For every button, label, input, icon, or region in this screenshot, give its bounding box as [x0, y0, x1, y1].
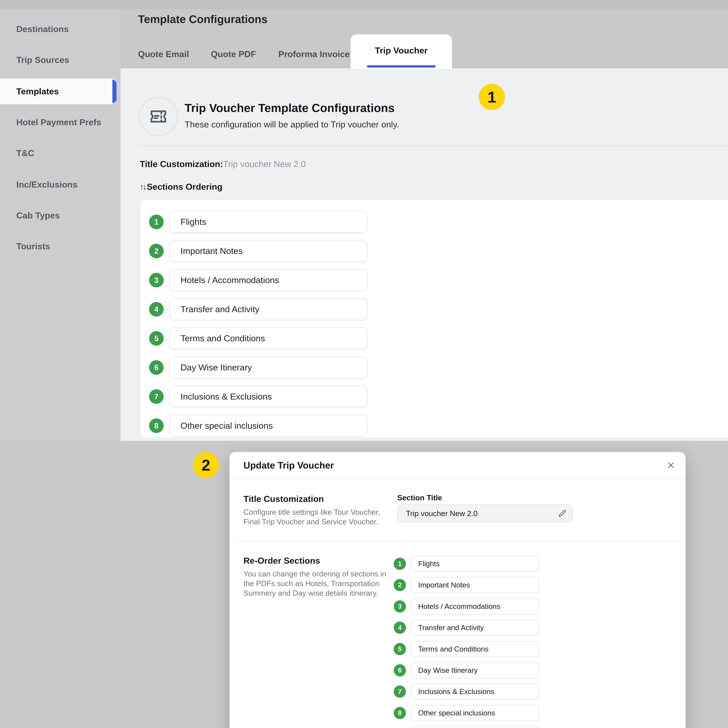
active-tab-underline: [367, 65, 436, 67]
sidebar: Destinations Trip Sources Templates Hote…: [0, 9, 121, 441]
sidebar-item-hotel-payment-prefs[interactable]: Hotel Payment Prefs: [0, 110, 116, 135]
pencil-icon[interactable]: [558, 509, 566, 517]
modal-title-customization-description: Configure title settings like Tour Vouch…: [243, 507, 388, 526]
sidebar-item-inc-exclusions[interactable]: Inc/Exclusions: [0, 172, 116, 197]
active-indicator-bar: [112, 80, 116, 103]
page-title: Template Configurations: [138, 13, 268, 26]
title-customization-label: Title Customization:: [140, 159, 223, 169]
reorder-sections-heading: Re-Order Sections: [243, 556, 320, 566]
reorder-item[interactable]: Inclusions & Exclusions: [411, 684, 539, 700]
update-trip-voucher-modal: Update Trip Voucher ✕ Title Customizatio…: [229, 452, 685, 728]
tab-quote-pdf[interactable]: Quote PDF: [211, 46, 256, 63]
section-row: Inclusions & Exclusions: [140, 385, 728, 408]
section-item: Other special inclusions: [170, 414, 367, 437]
step-number-circle: [149, 360, 164, 375]
section-title-input[interactable]: Trip voucher New 2.0: [397, 504, 573, 522]
step-number-circle: [149, 389, 164, 404]
panel-title: Trip Voucher Template Configurations: [185, 101, 395, 115]
reorder-item[interactable]: Terms and Conditions: [411, 641, 539, 657]
section-item: Transfer and Activity: [170, 298, 367, 320]
trip-voucher-tab-panel: Trip Voucher Template Configurations The…: [121, 68, 728, 441]
reorder-sections-list: Flights Important Notes Hotels / Accommo…: [394, 556, 539, 728]
sections-ordering-heading: ↑↓ Sections Ordering: [140, 182, 222, 192]
sidebar-item-cab-types[interactable]: Cab Types: [0, 203, 116, 228]
sidebar-item-destinations[interactable]: Destinations: [0, 16, 116, 42]
tab-trip-voucher[interactable]: Trip Voucher: [350, 34, 452, 69]
reorder-row: Transfer and Activity: [394, 619, 539, 636]
reorder-item[interactable]: Other special inclusions: [411, 705, 539, 721]
step-number-circle: [394, 664, 406, 676]
title-customization-value: Trip voucher New 2.0: [223, 159, 306, 169]
step-number-circle: [149, 273, 164, 288]
tab-label: Trip Voucher: [350, 46, 452, 55]
top-strip: [0, 0, 728, 9]
sections-ordering-label: Sections Ordering: [147, 182, 222, 192]
step-badge-1: 1: [479, 84, 505, 110]
sidebar-item-tourists[interactable]: Tourists: [0, 234, 116, 259]
section-row: Hotels / Accommodations: [140, 269, 728, 291]
screen: Destinations Trip Sources Templates Hote…: [0, 0, 728, 728]
tab-proforma-invoice[interactable]: Proforma Invoice: [278, 46, 350, 63]
reorder-item[interactable]: Flights: [411, 556, 539, 572]
step-number-circle: [394, 579, 406, 591]
section-row: Flights: [140, 211, 728, 233]
reorder-row: Hotels / Accommodations: [394, 598, 539, 615]
modal-title: Update Trip Voucher: [243, 452, 334, 479]
sidebar-item-trip-sources[interactable]: Trip Sources: [0, 47, 116, 73]
step-number-circle: [149, 302, 164, 317]
reorder-row: Day Wise Itinerary: [394, 662, 539, 679]
reorder-row: Terms and Conditions: [394, 641, 539, 657]
modal-header: Update Trip Voucher ✕: [229, 452, 685, 479]
ticket-icon: [148, 106, 169, 127]
section-row: Other special inclusions: [140, 414, 728, 437]
step-number-circle: [394, 643, 406, 655]
step-badge-2: 2: [193, 452, 219, 478]
divider: [138, 145, 728, 146]
divider: [234, 540, 681, 541]
reorder-row: Helpline: [394, 726, 539, 728]
reorder-item[interactable]: Important Notes: [411, 577, 539, 593]
step-number-circle: [394, 685, 406, 698]
sidebar-item-templates[interactable]: Templates: [0, 79, 116, 104]
reorder-row: Other special inclusions: [394, 705, 539, 721]
reorder-row: Inclusions & Exclusions: [394, 684, 539, 700]
sections-ordering-card: Flights Important Notes Hotels / Accommo…: [140, 199, 728, 439]
panel-subtitle: These configuration will be applied to T…: [185, 119, 399, 130]
sidebar-item-label: Templates: [16, 87, 59, 96]
step-number-circle: [394, 622, 406, 634]
step-number-circle: [149, 215, 164, 229]
step-number-circle: [149, 331, 164, 346]
section-row: Terms and Conditions: [140, 327, 728, 349]
section-row: Day Wise Itinerary: [140, 356, 728, 379]
section-item: Flights: [170, 211, 367, 233]
section-item: Important Notes: [170, 240, 367, 262]
title-customization-row: Title Customization:Trip voucher New 2.0: [140, 159, 306, 169]
section-title-value: Trip voucher New 2.0: [406, 509, 477, 518]
section-item: Day Wise Itinerary: [170, 356, 367, 379]
reorder-row: Important Notes: [394, 577, 539, 593]
section-item: Inclusions & Exclusions: [170, 385, 367, 408]
step-number-circle: [149, 244, 164, 258]
reorder-item[interactable]: Helpline: [411, 726, 539, 728]
up-down-arrows-icon: ↑↓: [140, 182, 145, 191]
reorder-item[interactable]: Transfer and Activity: [411, 619, 539, 636]
section-title-label: Section Title: [397, 493, 442, 502]
section-item: Hotels / Accommodations: [170, 269, 367, 291]
sidebar-item-tandc[interactable]: T&C: [0, 140, 116, 166]
close-icon[interactable]: ✕: [667, 452, 675, 479]
step-number-circle: [149, 419, 164, 433]
section-item: Terms and Conditions: [170, 327, 367, 349]
step-number-circle: [394, 600, 406, 613]
section-row: Transfer and Activity: [140, 298, 728, 320]
reorder-item[interactable]: Day Wise Itinerary: [411, 662, 539, 679]
reorder-sections-description: You can change the ordering of sections …: [243, 569, 388, 598]
step-number-circle: [394, 707, 406, 719]
ticket-icon-circle: [139, 97, 178, 136]
reorder-row: Flights: [394, 556, 539, 572]
tab-quote-email[interactable]: Quote Email: [138, 46, 189, 63]
modal-title-customization-heading: Title Customization: [243, 494, 324, 504]
reorder-item[interactable]: Hotels / Accommodations: [411, 598, 539, 615]
step-number-circle: [394, 558, 406, 570]
section-row: Important Notes: [140, 240, 728, 262]
page-header: Template Configurations Quote Email Quot…: [121, 9, 728, 68]
